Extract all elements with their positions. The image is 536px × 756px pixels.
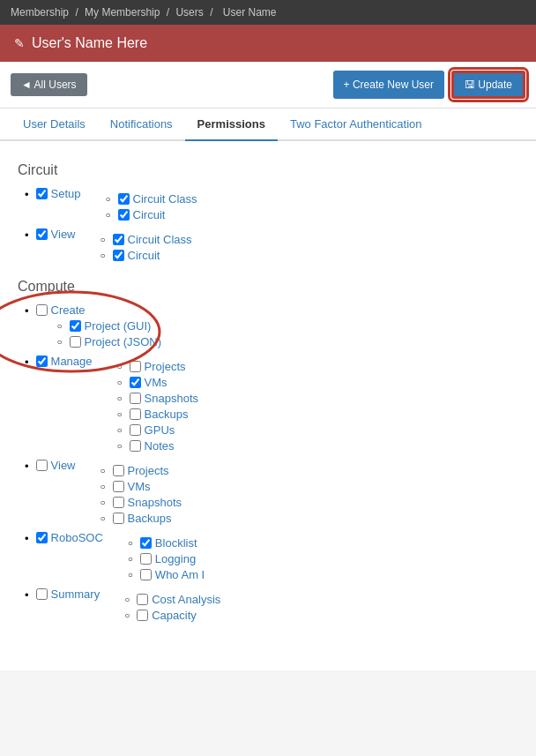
vms-view-checkbox[interactable] bbox=[113, 481, 124, 492]
blocklist-checkbox[interactable] bbox=[140, 537, 152, 549]
gpus-manage-checkbox[interactable] bbox=[130, 424, 141, 436]
tabs-bar: User Details Notifications Permissions T… bbox=[0, 109, 536, 141]
list-item: View Circuit Class Circuit bbox=[25, 228, 518, 265]
snapshots-view-link[interactable]: Snapshots bbox=[128, 496, 182, 509]
toolbar-right: + Create New User 🖫 Update bbox=[333, 71, 525, 99]
list-item: Capacity bbox=[124, 609, 220, 622]
view-compute-checkbox[interactable] bbox=[36, 460, 48, 471]
breadcrumb-users[interactable]: Users bbox=[175, 6, 203, 19]
backups-view-checkbox[interactable] bbox=[113, 513, 124, 524]
vms-manage-checkbox[interactable] bbox=[130, 377, 141, 388]
setup-link[interactable]: Setup bbox=[51, 187, 81, 200]
create-checkbox[interactable] bbox=[36, 304, 48, 316]
snapshots-manage-link[interactable]: Snapshots bbox=[145, 392, 198, 405]
list-item: Backups bbox=[100, 512, 182, 525]
vms-manage-link[interactable]: VMs bbox=[145, 376, 168, 389]
toolbar: ◄ All Users + Create New User 🖫 Update bbox=[0, 62, 536, 109]
cost-analysis-link[interactable]: Cost Analysis bbox=[152, 593, 220, 606]
who-am-i-link[interactable]: Who Am I bbox=[155, 568, 205, 581]
compute-section-title: Compute bbox=[18, 279, 518, 295]
backups-manage-link[interactable]: Backups bbox=[145, 408, 189, 421]
manage-link[interactable]: Manage bbox=[51, 355, 93, 368]
summary-link[interactable]: Summary bbox=[51, 588, 100, 601]
circuit-class-view-link[interactable]: Circuit Class bbox=[128, 233, 192, 246]
notes-manage-link[interactable]: Notes bbox=[145, 439, 175, 453]
projects-manage-checkbox[interactable] bbox=[130, 361, 141, 372]
list-item: VMs bbox=[100, 480, 182, 493]
circuit-setup-checkbox[interactable] bbox=[118, 209, 130, 221]
cost-analysis-checkbox[interactable] bbox=[137, 594, 148, 605]
manage-checkbox[interactable] bbox=[36, 356, 48, 367]
snapshots-view-checkbox[interactable] bbox=[113, 497, 124, 508]
snapshots-manage-checkbox[interactable] bbox=[130, 393, 141, 404]
list-item: Logging bbox=[128, 552, 205, 565]
list-item: Create Project (GUI) Project (JSON) bbox=[25, 303, 518, 351]
robosoc-sublist: Blocklist Logging Who Am I bbox=[107, 534, 205, 584]
compute-section: Compute Create Project (GUI) bbox=[18, 279, 518, 625]
view-circuit-checkbox[interactable] bbox=[36, 228, 48, 240]
list-item: Project (GUI) bbox=[57, 319, 161, 333]
create-sublist: Project (GUI) Project (JSON) bbox=[36, 319, 161, 348]
update-button[interactable]: 🖫 Update bbox=[451, 71, 525, 99]
view-compute-link[interactable]: View bbox=[51, 459, 76, 472]
logging-checkbox[interactable] bbox=[140, 553, 152, 565]
logging-link[interactable]: Logging bbox=[155, 552, 196, 565]
capacity-checkbox[interactable] bbox=[137, 610, 148, 621]
list-item: Cost Analysis bbox=[124, 593, 220, 606]
capacity-link[interactable]: Capacity bbox=[152, 609, 197, 622]
project-json-link[interactable]: Project (JSON) bbox=[85, 335, 161, 348]
list-item: Circuit Class bbox=[100, 233, 192, 246]
page-header: ✎ User's Name Here bbox=[0, 25, 536, 62]
tab-permissions[interactable]: Permissions bbox=[185, 109, 278, 141]
view-compute-sublist: Projects VMs Snapshots Backups bbox=[79, 461, 182, 528]
robosoc-checkbox[interactable] bbox=[36, 532, 48, 543]
list-item: Backups bbox=[117, 408, 198, 421]
notes-manage-checkbox[interactable] bbox=[130, 440, 141, 452]
project-gui-link[interactable]: Project (GUI) bbox=[85, 319, 152, 333]
circuit-setup-link[interactable]: Circuit bbox=[133, 208, 166, 221]
list-item: Circuit bbox=[106, 208, 197, 221]
list-item: GPUs bbox=[117, 423, 198, 437]
list-item: Manage Projects VMs Snapshots bbox=[25, 355, 518, 455]
setup-checkbox[interactable] bbox=[36, 188, 48, 199]
circuit-view-link[interactable]: Circuit bbox=[128, 249, 160, 262]
project-gui-checkbox[interactable] bbox=[70, 320, 81, 332]
circuit-class-setup-checkbox[interactable] bbox=[118, 193, 130, 205]
list-item: Summary Cost Analysis Capacity bbox=[25, 588, 518, 625]
permissions-content: Circuit Setup Circuit Class Circuit bbox=[0, 141, 536, 670]
breadcrumb: Membership / My Membership / Users / Use… bbox=[0, 0, 536, 25]
tab-user-details[interactable]: User Details bbox=[11, 109, 98, 141]
breadcrumb-my-membership[interactable]: My Membership bbox=[85, 6, 160, 19]
summary-checkbox[interactable] bbox=[36, 588, 48, 600]
vms-view-link[interactable]: VMs bbox=[128, 480, 151, 493]
list-item: Circuit bbox=[100, 249, 192, 262]
list-item: Projects bbox=[117, 360, 198, 373]
projects-manage-link[interactable]: Projects bbox=[145, 360, 186, 373]
backups-view-link[interactable]: Backups bbox=[128, 512, 172, 525]
summary-sublist: Cost Analysis Capacity bbox=[103, 590, 220, 625]
create-link[interactable]: Create bbox=[51, 303, 86, 317]
list-item: Circuit Class bbox=[106, 192, 197, 206]
list-item: Who Am I bbox=[128, 568, 205, 581]
project-json-checkbox[interactable] bbox=[70, 336, 81, 348]
all-users-button[interactable]: ◄ All Users bbox=[11, 73, 87, 96]
circuit-class-view-checkbox[interactable] bbox=[113, 234, 124, 245]
view-circuit-link[interactable]: View bbox=[51, 228, 76, 241]
circuit-view-checkbox[interactable] bbox=[113, 250, 124, 261]
manage-sublist: Projects VMs Snapshots Backups bbox=[96, 357, 198, 455]
gpus-manage-link[interactable]: GPUs bbox=[145, 423, 175, 437]
tab-two-factor[interactable]: Two Factor Authentication bbox=[278, 109, 435, 141]
robosoc-link[interactable]: RoboSOC bbox=[51, 531, 103, 544]
page-title: User's Name Here bbox=[32, 35, 147, 51]
breadcrumb-membership[interactable]: Membership bbox=[11, 6, 69, 19]
backups-manage-checkbox[interactable] bbox=[130, 408, 141, 420]
blocklist-link[interactable]: Blocklist bbox=[155, 536, 197, 550]
who-am-i-checkbox[interactable] bbox=[140, 569, 152, 580]
projects-view-link[interactable]: Projects bbox=[128, 464, 169, 477]
list-item: Snapshots bbox=[100, 496, 182, 509]
tab-notifications[interactable]: Notifications bbox=[98, 109, 185, 141]
create-new-user-button[interactable]: + Create New User bbox=[333, 71, 444, 99]
circuit-section: Circuit Setup Circuit Class Circuit bbox=[18, 162, 518, 265]
projects-view-checkbox[interactable] bbox=[113, 465, 124, 476]
circuit-class-setup-link[interactable]: Circuit Class bbox=[133, 192, 197, 206]
